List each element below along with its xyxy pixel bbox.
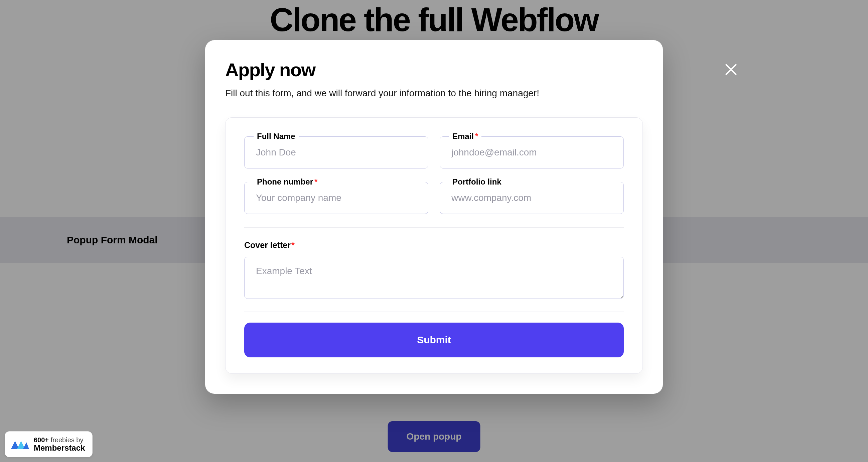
modal-title: Apply now [225, 59, 643, 81]
phone-input[interactable] [244, 182, 428, 214]
close-icon [724, 62, 738, 77]
email-input[interactable] [440, 136, 624, 169]
form-row-1: Full Name Email * [244, 136, 624, 169]
badge-text: 600+ freebies by Memberstack [34, 436, 85, 452]
full-name-input[interactable] [244, 136, 428, 169]
label-cover-letter: Cover letter* [244, 240, 624, 250]
form-divider [244, 312, 624, 312]
form-card: Full Name Email * Phone number * [225, 117, 643, 374]
badge-bottom-line: Memberstack [34, 443, 85, 452]
cover-letter-textarea[interactable] [244, 257, 624, 299]
field-email: Email * [440, 136, 624, 169]
label-phone: Phone number * [254, 177, 321, 186]
form-row-2: Phone number * Portfolio link [244, 182, 624, 214]
field-cover-letter: Cover letter* [244, 240, 624, 300]
close-button[interactable] [721, 59, 741, 80]
label-portfolio: Portfolio link [449, 177, 505, 186]
label-full-name: Full Name [254, 132, 299, 141]
modal-subtitle: Fill out this form, and we will forward … [225, 88, 643, 98]
apply-modal: Apply now Fill out this form, and we wil… [205, 40, 663, 394]
field-portfolio: Portfolio link [440, 182, 624, 214]
submit-button[interactable]: Submit [244, 323, 624, 357]
field-phone: Phone number * [244, 182, 428, 214]
badge-top-line: 600+ freebies by [34, 436, 85, 443]
memberstack-logo-icon [10, 438, 29, 451]
memberstack-badge[interactable]: 600+ freebies by Memberstack [5, 431, 93, 457]
row-separator [244, 227, 624, 228]
portfolio-input[interactable] [440, 182, 624, 214]
field-full-name: Full Name [244, 136, 428, 169]
label-email: Email * [449, 132, 482, 141]
